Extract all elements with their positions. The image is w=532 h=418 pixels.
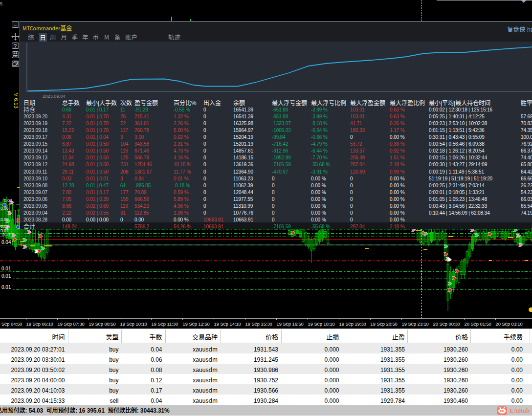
- svg-text:0.06: 0.06: [0, 206, 9, 211]
- svg-text:0.03: 0.03: [4, 198, 12, 203]
- svg-text:0.08: 0.08: [0, 217, 9, 222]
- svg-text:0.17: 0.17: [2, 232, 11, 237]
- svg-text:0.04: 0.04: [1, 240, 11, 245]
- svg-text:0.01: 0.01: [1, 273, 11, 279]
- svg-text:0.01: 0.01: [1, 285, 11, 290]
- svg-text:0.01: 0.01: [1, 266, 11, 271]
